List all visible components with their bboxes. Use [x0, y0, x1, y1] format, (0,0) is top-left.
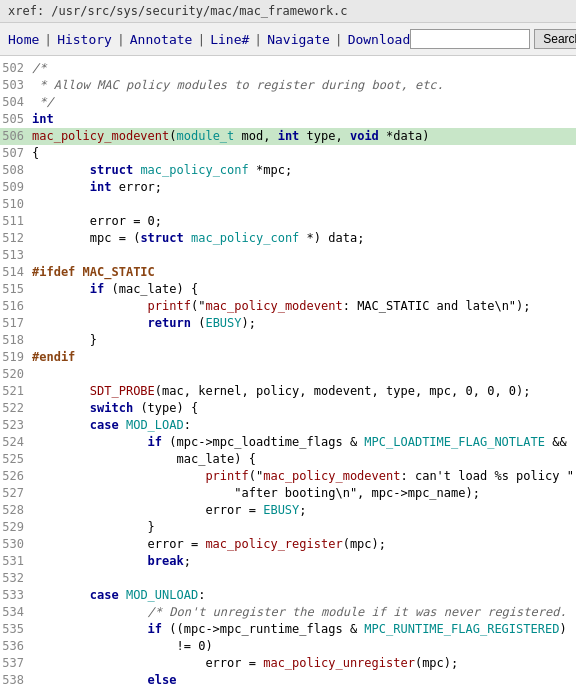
- code-area: 502/*503 * Allow MAC policy modules to r…: [0, 56, 576, 692]
- line-content: }: [32, 519, 155, 536]
- line-number: 536: [0, 638, 32, 655]
- line-number: 506: [0, 128, 32, 145]
- line-number: 532: [0, 570, 32, 587]
- nav-annotate[interactable]: Annotate: [130, 32, 193, 47]
- line-number: 502: [0, 60, 32, 77]
- line-content: switch (type) {: [32, 400, 198, 417]
- line-number: 538: [0, 672, 32, 689]
- line-number: 504: [0, 94, 32, 111]
- line-number: 515: [0, 281, 32, 298]
- code-line: 537 error = mac_policy_unregister(mpc);: [0, 655, 576, 672]
- line-content: int error;: [32, 179, 162, 196]
- code-line: 531 break;: [0, 553, 576, 570]
- line-content: error = mac_policy_unregister(mpc);: [32, 655, 458, 672]
- line-number: 530: [0, 536, 32, 553]
- line-number: 519: [0, 349, 32, 366]
- code-line: 536 != 0): [0, 638, 576, 655]
- nav-lineno[interactable]: Line#: [210, 32, 249, 47]
- line-number: 507: [0, 145, 32, 162]
- line-number: 516: [0, 298, 32, 315]
- search-button[interactable]: Search: [534, 29, 576, 49]
- code-line: 534 /* Don't unregister the module if it…: [0, 604, 576, 621]
- line-number: 505: [0, 111, 32, 128]
- code-line: 533 case MOD_UNLOAD:: [0, 587, 576, 604]
- code-line: 509 int error;: [0, 179, 576, 196]
- line-number: 511: [0, 213, 32, 230]
- code-line: 526 printf("mac_policy_modevent: can't l…: [0, 468, 576, 485]
- code-line: 535 if ((mpc->mpc_runtime_flags & MPC_RU…: [0, 621, 576, 638]
- code-line: 522 switch (type) {: [0, 400, 576, 417]
- code-line: 518 }: [0, 332, 576, 349]
- line-content: {: [32, 145, 39, 162]
- nav-home[interactable]: Home: [8, 32, 39, 47]
- code-line: 519#endif: [0, 349, 576, 366]
- code-line: 516 printf("mac_policy_modevent: MAC_STA…: [0, 298, 576, 315]
- line-content: /*: [32, 60, 46, 77]
- line-content: if (mpc->mpc_loadtime_flags & MPC_LOADTI…: [32, 434, 567, 451]
- line-content: /* Don't unregister the module if it was…: [32, 604, 576, 621]
- line-content: error = EBUSY;: [32, 502, 307, 519]
- line-content: struct mac_policy_conf *mpc;: [32, 162, 292, 179]
- title-bar: xref: /usr/src/sys/security/mac/mac_fram…: [0, 0, 576, 23]
- line-number: 503: [0, 77, 32, 94]
- nav-history[interactable]: History: [57, 32, 112, 47]
- line-content: else: [32, 672, 177, 689]
- line-content: if (mac_late) {: [32, 281, 198, 298]
- line-content: if ((mpc->mpc_runtime_flags & MPC_RUNTIM…: [32, 621, 567, 638]
- line-content: != 0): [32, 638, 213, 655]
- nav-download[interactable]: Download: [348, 32, 411, 47]
- line-number: 508: [0, 162, 32, 179]
- line-number: 533: [0, 587, 32, 604]
- code-line: 520: [0, 366, 576, 383]
- code-line: 514#ifdef MAC_STATIC: [0, 264, 576, 281]
- line-number: 535: [0, 621, 32, 638]
- code-line: 523 case MOD_LOAD:: [0, 417, 576, 434]
- line-number: 524: [0, 434, 32, 451]
- line-number: 521: [0, 383, 32, 400]
- code-line: 532: [0, 570, 576, 587]
- code-line: 511 error = 0;: [0, 213, 576, 230]
- line-content: #ifdef MAC_STATIC: [32, 264, 155, 281]
- line-number: 514: [0, 264, 32, 281]
- line-content: error = mac_policy_register(mpc);: [32, 536, 386, 553]
- line-content: return (EBUSY);: [32, 315, 256, 332]
- search-input[interactable]: [410, 29, 530, 49]
- line-content: error = 0;: [32, 213, 162, 230]
- line-content: mpc = (struct mac_policy_conf *) data;: [32, 230, 364, 247]
- line-number: 512: [0, 230, 32, 247]
- code-line: 529 }: [0, 519, 576, 536]
- nav-navigate[interactable]: Navigate: [267, 32, 330, 47]
- line-number: 525: [0, 451, 32, 468]
- line-content: mac_late) {: [32, 451, 256, 468]
- line-content: printf("mac_policy_modevent: MAC_STATIC …: [32, 298, 531, 315]
- code-line: 507{: [0, 145, 576, 162]
- code-line: 538 else: [0, 672, 576, 689]
- line-number: 513: [0, 247, 32, 264]
- code-line: 504 */: [0, 94, 576, 111]
- code-line: 506mac_policy_modevent(module_t mod, int…: [0, 128, 576, 145]
- code-line: 502/*: [0, 60, 576, 77]
- nav-bar: Home | History | Annotate | Line# | Navi…: [0, 23, 576, 56]
- line-number: 526: [0, 468, 32, 485]
- line-content: #endif: [32, 349, 75, 366]
- line-number: 537: [0, 655, 32, 672]
- code-line: 521 SDT_PROBE(mac, kernel, policy, modev…: [0, 383, 576, 400]
- line-number: 510: [0, 196, 32, 213]
- line-number: 527: [0, 485, 32, 502]
- line-content: }: [32, 332, 97, 349]
- line-number: 529: [0, 519, 32, 536]
- line-number: 509: [0, 179, 32, 196]
- code-line: 528 error = EBUSY;: [0, 502, 576, 519]
- nav-sep-1: |: [44, 32, 52, 47]
- nav-sep-5: |: [335, 32, 343, 47]
- line-number: 534: [0, 604, 32, 621]
- nav-sep-3: |: [197, 32, 205, 47]
- line-content: int: [32, 111, 54, 128]
- line-number: 517: [0, 315, 32, 332]
- code-line: 530 error = mac_policy_register(mpc);: [0, 536, 576, 553]
- title-text: xref: /usr/src/sys/security/mac/mac_fram…: [8, 4, 348, 18]
- line-content: case MOD_LOAD:: [32, 417, 191, 434]
- line-content: */: [32, 94, 54, 111]
- nav-sep-4: |: [254, 32, 262, 47]
- code-line: 527 "after booting\n", mpc->mpc_name);: [0, 485, 576, 502]
